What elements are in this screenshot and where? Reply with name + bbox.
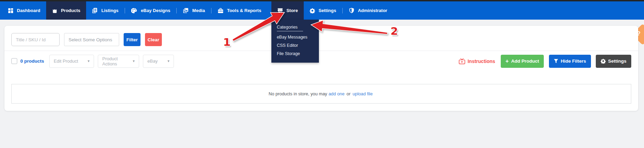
nav-item-settings[interactable]: Settings xyxy=(304,1,342,20)
video-tv-icon xyxy=(459,58,465,64)
title-sku-id-input[interactable] xyxy=(11,33,60,46)
briefcase-icon xyxy=(218,8,224,13)
plus-icon: + xyxy=(506,58,509,64)
nav-item-media[interactable]: Media xyxy=(177,1,211,20)
nav-label: Products xyxy=(61,8,80,13)
hide-filters-button[interactable]: Hide Filters xyxy=(549,55,591,68)
card-divider xyxy=(4,51,638,51)
select-value: Edit Product xyxy=(54,59,78,64)
menu-item-label: Categories xyxy=(277,25,298,30)
chevron-down-icon: ▾ xyxy=(167,59,169,63)
menu-item-ebay-messages[interactable]: eBay Messages xyxy=(271,33,319,41)
instructions-label: Instructions xyxy=(468,59,495,64)
nav-separator xyxy=(125,8,125,13)
select-all-checkbox[interactable] xyxy=(11,58,17,64)
nav-item-products[interactable]: Products xyxy=(46,1,86,20)
nav-label: Settings xyxy=(319,8,336,13)
palette-icon xyxy=(131,8,137,13)
nav-item-listings[interactable]: Listings xyxy=(86,1,124,20)
instructions-link[interactable]: Instructions xyxy=(459,58,495,64)
menu-item-file-storage[interactable]: File Storage xyxy=(271,50,319,58)
nav-item-ebay-designs[interactable]: eBay Designs xyxy=(125,1,176,20)
gear-icon xyxy=(601,59,606,64)
gear-icon xyxy=(310,8,315,13)
nav-label: Listings xyxy=(101,8,118,13)
filter-row: Select Some Options Filter Clear xyxy=(11,33,632,46)
edit-product-select[interactable]: Edit Product ▾ xyxy=(49,55,94,68)
settings-label: Settings xyxy=(608,59,626,64)
hide-filters-label: Hide Filters xyxy=(561,59,586,64)
nav-label: Media xyxy=(192,8,205,13)
toolbar-actions: Instructions + Add Product Hide Filters … xyxy=(459,55,631,68)
shield-icon xyxy=(349,8,354,13)
menu-item-categories[interactable]: Categories xyxy=(271,23,319,33)
chevron-down-icon: ▾ xyxy=(133,59,135,63)
ebay-select[interactable]: eBay ▾ xyxy=(143,55,174,68)
add-one-link[interactable]: add one xyxy=(329,91,344,96)
options-multiselect[interactable]: Select Some Options xyxy=(64,33,119,46)
funnel-icon xyxy=(554,59,558,63)
media-icon xyxy=(183,8,189,13)
nav-separator xyxy=(211,8,211,13)
nav-item-administrator[interactable]: Administrator xyxy=(343,1,393,20)
select-value: Product Actions xyxy=(102,56,128,66)
nav-separator xyxy=(342,8,343,13)
shopping-bag-icon xyxy=(52,8,58,13)
products-toolbar: 0 products Edit Product ▾ Product Action… xyxy=(11,54,631,68)
empty-message-prefix: No products in store, you may xyxy=(269,91,327,96)
nav-label: Administrator xyxy=(358,8,387,13)
nav-label: eBay Designs xyxy=(141,8,170,13)
nav-label: Tools & Reports xyxy=(227,8,261,13)
products-panel: Select Some Options Filter Clear 0 produ… xyxy=(4,26,638,111)
upload-file-link[interactable]: upload file xyxy=(353,91,373,96)
menu-item-css-editor[interactable]: CSS Editor xyxy=(271,41,319,50)
dashboard-icon xyxy=(8,8,13,13)
settings-button[interactable]: Settings xyxy=(596,55,631,68)
store-dropdown-menu: Categories eBay Messages CSS Editor File… xyxy=(271,20,319,63)
store-icon xyxy=(277,8,283,13)
product-actions-select[interactable]: Product Actions ▾ xyxy=(98,55,139,68)
nav-separator xyxy=(176,8,177,13)
categories-underline xyxy=(277,31,303,31)
empty-message-connector: or xyxy=(346,91,350,96)
select-value: eBay xyxy=(147,59,158,64)
nav-item-dashboard[interactable]: Dashboard xyxy=(2,1,46,20)
add-product-label: Add Product xyxy=(511,59,539,64)
nav-item-store[interactable]: Store Categories eBay Messages CSS Edito… xyxy=(271,1,304,20)
clear-button[interactable]: Clear xyxy=(145,33,162,46)
nav-label: Dashboard xyxy=(17,8,40,13)
main-navbar: Dashboard Products Listings eBay Designs… xyxy=(0,1,644,20)
filter-button[interactable]: Filter xyxy=(124,33,141,46)
nav-label: Store xyxy=(287,8,298,13)
add-product-button[interactable]: + Add Product xyxy=(501,55,544,68)
chevron-down-icon: ▾ xyxy=(87,59,90,63)
listings-icon xyxy=(92,8,98,13)
empty-products-box: No products in store, you may add one or… xyxy=(11,84,631,104)
product-count: 0 products xyxy=(20,59,44,64)
nav-item-tools-reports[interactable]: Tools & Reports xyxy=(212,1,267,20)
